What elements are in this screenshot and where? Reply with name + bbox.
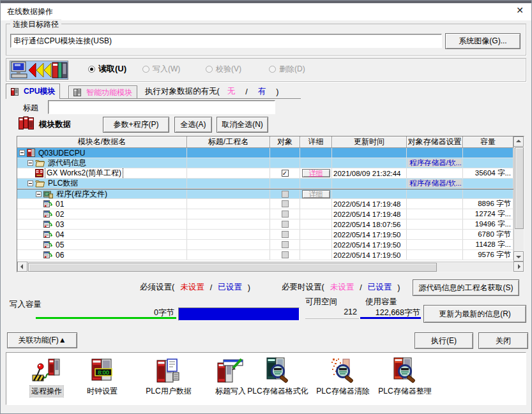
execute-button[interactable]: 执行(E) xyxy=(414,332,473,349)
param-program-button[interactable]: 参数+程序(P) xyxy=(103,117,169,133)
target-checkbox xyxy=(282,191,289,198)
horizontal-scroll-thumb[interactable] xyxy=(28,263,437,272)
column-header-2[interactable]: 标题/工程名 xyxy=(187,137,270,148)
target-memory-setting[interactable]: 程序存储器/软... xyxy=(407,179,462,188)
tree-collapse-icon[interactable] xyxy=(27,181,33,186)
capacity-cell: 35604 字... xyxy=(463,168,513,178)
vertical-scroll-thumb[interactable] xyxy=(515,147,524,229)
column-header-5[interactable]: 更新时间 xyxy=(332,137,407,148)
used-capacity-underline xyxy=(360,317,421,319)
toolbar-item-plc-memory-arrange[interactable]: PLC存储器整理 xyxy=(374,355,436,397)
radio-delete-dot xyxy=(269,66,276,73)
table-row[interactable]: GX Works2(简单工程)✓详细2021/08/09 21:32:44356… xyxy=(17,168,513,179)
column-header-6[interactable]: 对象存储器设置 xyxy=(407,137,463,148)
toolbar-item-clock-setting[interactable]: 8:00时钟设置 xyxy=(74,355,130,397)
table-row[interactable]: 程序(程序文件)详细 xyxy=(17,189,513,199)
ladder-file-icon xyxy=(43,251,52,259)
table-row[interactable]: PLC数据程序存储器/软... xyxy=(17,179,513,189)
capacity-cell: 12724 字... xyxy=(463,209,513,219)
toolbar-item-plc-user-data[interactable]: PLC用户数据 xyxy=(133,355,204,397)
detail-button[interactable]: 详细 xyxy=(302,190,330,198)
title-field[interactable] xyxy=(48,100,275,114)
table-row[interactable]: 062022/05/14 17:19:509576 字节 xyxy=(17,250,513,260)
tree-collapse-icon[interactable] xyxy=(19,150,25,156)
table-row[interactable]: 032022/05/14 18:07:5619496 字... xyxy=(17,219,513,230)
radio-write: 写入(W) xyxy=(142,64,180,73)
row-label: Q03UDECPU xyxy=(37,149,86,158)
remote-operation-icon xyxy=(31,355,62,384)
tree-collapse-icon[interactable] xyxy=(36,191,42,197)
scroll-up-icon[interactable] xyxy=(513,137,524,147)
radio-read-dot[interactable] xyxy=(88,66,95,73)
toolbar-item-label: 远程操作 xyxy=(30,386,63,397)
table-row[interactable]: 012022/05/14 17:19:488896 字节 xyxy=(17,199,513,209)
close-icon[interactable]: ✕ xyxy=(513,5,526,15)
exec-none: 无 xyxy=(227,86,236,97)
scroll-right-icon[interactable] xyxy=(513,262,524,272)
table-row[interactable]: 源代码信息程序存储器/软... xyxy=(17,158,513,168)
table-row[interactable]: Q03UDECPU xyxy=(17,148,513,158)
toolbar-item-label: 时钟设置 xyxy=(87,386,118,397)
column-header-1[interactable]: 模块名/数据名 xyxy=(17,137,187,148)
scroll-left-icon[interactable] xyxy=(17,262,27,272)
vertical-scrollbar[interactable] xyxy=(513,137,524,262)
toolbar-item-plc-memory-clear[interactable]: PLC存储器清除 xyxy=(312,355,374,397)
horizontal-scrollbar[interactable] xyxy=(17,262,524,272)
title-project-cell xyxy=(187,230,270,239)
row-label: 04 xyxy=(54,230,65,239)
gxworks-icon xyxy=(35,169,43,177)
title-project-cell xyxy=(187,158,270,168)
radio-delete-label: 删除(D) xyxy=(279,64,305,75)
column-header-3[interactable]: 对象 xyxy=(270,137,300,148)
table-header: 模块名/数据名标题/工程名对象详细更新时间对象存储器设置容量 xyxy=(17,137,513,148)
updated-time-cell: 2022/05/14 17:19:48 xyxy=(332,209,407,219)
radio-read[interactable]: 读取(U) xyxy=(88,64,126,73)
toolbar-item-label: PLC用户数据 xyxy=(146,386,191,397)
close-button[interactable]: 关闭 xyxy=(478,332,528,349)
capacity-cell xyxy=(463,148,513,158)
toolbar-item-remote-operation[interactable]: 远程操作 xyxy=(19,355,74,397)
target-checkbox[interactable]: ✓ xyxy=(282,170,289,177)
radio-read-label: 读取(U) xyxy=(98,63,126,75)
column-header-4[interactable]: 详细 xyxy=(300,137,332,148)
plc-memory-arrange-icon xyxy=(390,355,420,384)
radio-write-label: 写入(W) xyxy=(153,64,180,75)
column-header-7[interactable]: 容量 xyxy=(463,137,513,148)
title-field-label: 标题 xyxy=(23,103,38,114)
row-label: 06 xyxy=(54,251,65,260)
plc-memory-format-icon xyxy=(262,355,293,384)
table-row[interactable]: 042022/05/14 17:19:506780 字节 xyxy=(17,230,513,240)
online-data-operation-dialog: 在线数据操作 ✕ 连接目标路径 串行通信CPU模块连接(USB) 系统图像(G)… xyxy=(0,0,532,414)
target-checkbox xyxy=(282,221,289,228)
get-project-name-button[interactable]: 源代码信息的工程名获取(S) xyxy=(413,279,519,296)
scroll-down-icon[interactable] xyxy=(513,251,524,262)
ladder-file-icon xyxy=(43,230,52,239)
tab-cpu-label: CPU模块 xyxy=(24,86,55,97)
row-label: 程序(程序文件) xyxy=(55,189,109,199)
plc-memory-clear-icon xyxy=(328,355,358,384)
tree-collapse-icon[interactable] xyxy=(27,160,33,166)
intelligent-module-tab-icon xyxy=(73,89,81,96)
target-memory-setting[interactable]: 程序存储器/软... xyxy=(407,159,462,167)
capacity-cell xyxy=(463,189,513,199)
title-project-cell xyxy=(187,199,270,209)
select-all-button[interactable]: 全选(A) xyxy=(174,117,212,133)
capacity-cell: 19496 字... xyxy=(463,219,513,229)
detail-button[interactable]: 详细 xyxy=(302,169,330,177)
tab-cpu-module[interactable]: CPU模块 xyxy=(6,84,60,99)
refresh-info-button[interactable]: 更新为最新的信息(R) xyxy=(423,305,526,323)
table-row[interactable]: 022022/05/14 17:19:4812724 字... xyxy=(17,209,513,219)
toolbar-item-plc-memory-format[interactable]: PLC存储器格式化 xyxy=(245,355,310,397)
updated-time-cell xyxy=(332,148,407,158)
updated-time-cell: 2022/05/14 18:07:56 xyxy=(332,219,407,229)
tab-intelligent-module[interactable]: 智能功能模块 xyxy=(68,85,137,99)
updated-time-cell xyxy=(332,189,407,199)
svg-text:8:00: 8:00 xyxy=(98,369,109,376)
related-functions-button[interactable]: 关联功能(F)▲ xyxy=(7,332,77,348)
table-row[interactable]: 052022/05/14 17:19:5011428 字... xyxy=(17,240,513,250)
write-capacity-underline xyxy=(36,317,176,319)
capacity-cell xyxy=(463,179,513,188)
deselect-all-button[interactable]: 取消全选(N) xyxy=(217,117,268,133)
row-label: 01 xyxy=(54,200,65,209)
system-image-button[interactable]: 系统图像(G)... xyxy=(445,33,521,49)
